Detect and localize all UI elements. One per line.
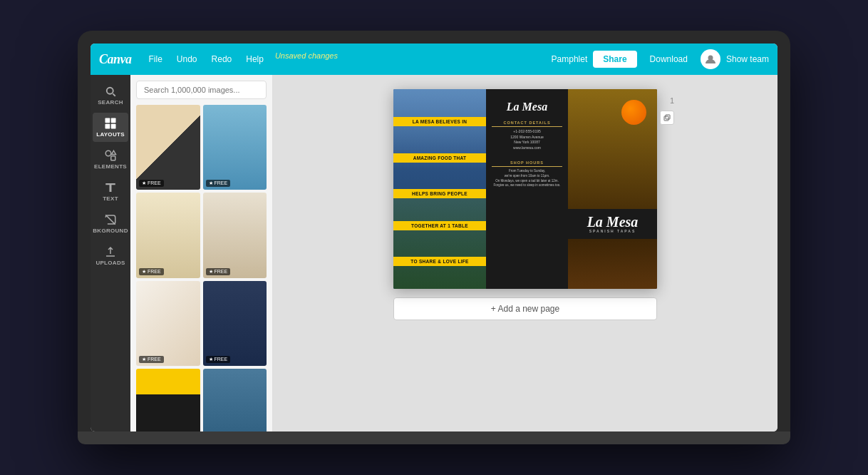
unsaved-status: Unsaved changes	[275, 51, 338, 67]
page-number: 1	[670, 96, 674, 105]
hours-info: From Tuesday to Sunday, we're open from …	[493, 169, 560, 188]
template-thumb[interactable]: ★ FREE	[136, 105, 200, 190]
uploads-label: UPLOADS	[95, 260, 125, 266]
free-badge: ★ FREE	[139, 356, 164, 363]
duplicate-icon	[663, 114, 671, 121]
toolbar-menu: File Undo Redo Help Unsaved changes	[143, 51, 552, 67]
svg-rect-4	[111, 118, 116, 123]
share-button[interactable]: Share	[593, 51, 636, 68]
pamphlet-design[interactable]: LA MESA BELIEVES IN AMAZING FOOD THAT HE…	[393, 89, 657, 289]
contact-section: CONTACT DETAILS +1-202-555-0195 1200 War…	[492, 121, 562, 150]
sidebar: SEARCH LAYOUTS ELEMENTS	[91, 75, 130, 431]
svg-marker-9	[112, 150, 116, 154]
elements-icon	[104, 149, 117, 162]
orange-fruit	[621, 100, 646, 125]
laptop-base	[78, 431, 790, 444]
page-tools	[660, 111, 674, 125]
right-title: La Mesa	[587, 215, 639, 229]
pamphlet-left-panel: LA MESA BELIEVES IN AMAZING FOOD THAT HE…	[393, 89, 486, 289]
sidebar-item-text[interactable]: TEXT	[93, 177, 128, 206]
uploads-icon	[104, 245, 117, 258]
help-menu[interactable]: Help	[240, 51, 269, 67]
hours-title: SHOP HOURS	[492, 160, 562, 167]
show-team-button[interactable]: Show team	[726, 54, 769, 64]
template-thumb[interactable]: ★ FREE	[203, 193, 267, 277]
search-input[interactable]	[136, 81, 267, 99]
free-badge: ★ FREE	[206, 268, 231, 275]
canva-logo: Canva	[99, 52, 132, 67]
sidebar-item-search[interactable]: SEARCH	[93, 81, 128, 110]
redo-menu[interactable]: Redo	[206, 51, 238, 67]
template-thumb[interactable]: ★ FREE	[203, 281, 267, 366]
free-badge: ★ FREE	[206, 356, 231, 363]
strip-4: TOGETHER AT 1 TABLE	[393, 221, 486, 230]
free-badge: ★ FREE	[139, 268, 164, 275]
sidebar-item-background[interactable]: BKGROUND	[93, 209, 128, 238]
sidebar-item-uploads[interactable]: UPLOADS	[93, 241, 128, 270]
pamphlet-right-panel: La Mesa SPANISH TAPAS	[568, 89, 657, 289]
layouts-icon	[104, 117, 117, 130]
right-food-bottom	[568, 239, 657, 289]
contact-info: +1-202-555-0195 1200 Warren Avenue New Y…	[492, 129, 562, 150]
avatar	[701, 49, 720, 69]
svg-rect-8	[111, 156, 115, 160]
svg-rect-3	[105, 118, 110, 123]
strip-3: HELPS BRING PEOPLE	[393, 189, 486, 198]
search-label: SEARCH	[98, 99, 123, 106]
text-label: TEXT	[103, 195, 118, 202]
sidebar-item-elements[interactable]: ELEMENTS	[93, 145, 128, 174]
text-icon	[104, 181, 117, 194]
layouts-label: LAYOUTS	[96, 131, 125, 138]
svg-rect-11	[666, 115, 670, 119]
svg-rect-10	[664, 116, 668, 121]
canvas-area: 1	[273, 75, 777, 431]
strip-5: TO SHARE & LOVE LIFE	[393, 257, 486, 266]
templates-grid: ★ FREE ★ FREE ★ FREE ★ FREE ★ FREE	[136, 105, 267, 431]
right-subtitle: SPANISH TAPAS	[589, 229, 636, 233]
background-label: BKGROUND	[93, 228, 128, 234]
svg-point-7	[105, 150, 111, 156]
page-wrapper: 1	[393, 89, 657, 289]
templates-panel: ★ FREE ★ FREE ★ FREE ★ FREE ★ FREE	[130, 75, 273, 431]
background-icon	[104, 213, 117, 226]
add-page-button[interactable]: + Add a new page	[393, 297, 657, 320]
undo-menu[interactable]: Undo	[171, 51, 203, 67]
svg-rect-6	[111, 124, 116, 129]
search-icon	[104, 85, 117, 98]
svg-line-2	[113, 93, 115, 96]
template-thumb[interactable]: ★ FREE	[136, 281, 200, 366]
contact-title: CONTACT DETAILS	[492, 121, 562, 127]
toolbar: Canva File Undo Redo Help Unsaved change…	[91, 44, 777, 75]
duplicate-page-button[interactable]	[660, 111, 674, 125]
template-thumb[interactable]: ★ FREE	[136, 369, 200, 431]
toolbar-right: Pamphlet Share Download Show team	[552, 49, 769, 69]
elements-label: ELEMENTS	[94, 163, 127, 170]
sidebar-item-layouts[interactable]: LAYOUTS	[93, 113, 128, 142]
doc-name: Pamphlet	[552, 54, 588, 64]
free-badge: ★ FREE	[206, 180, 231, 187]
right-food-top	[568, 89, 657, 209]
strip-2: AMAZING FOOD THAT	[393, 153, 486, 163]
template-thumb[interactable]: ★ FREE	[136, 193, 200, 277]
laptop-screen: Canva File Undo Redo Help Unsaved change…	[91, 44, 777, 431]
template-thumb[interactable]: ★ FREE	[203, 105, 267, 190]
main-layout: SEARCH LAYOUTS ELEMENTS	[91, 75, 777, 431]
file-menu[interactable]: File	[143, 51, 168, 67]
svg-point-1	[107, 88, 113, 94]
download-button[interactable]: Download	[643, 51, 695, 68]
strip-1: LA MESA BELIEVES IN	[393, 117, 486, 126]
svg-rect-5	[105, 124, 110, 129]
la-mesa-title: La Mesa	[507, 101, 547, 113]
laptop-frame: Canva File Undo Redo Help Unsaved change…	[78, 31, 790, 444]
template-thumb[interactable]: ★ FREE	[203, 369, 267, 431]
free-badge: ★ FREE	[139, 180, 164, 187]
pamphlet-middle-panel: La Mesa CONTACT DETAILS +1-202-555-0195 …	[486, 89, 568, 289]
